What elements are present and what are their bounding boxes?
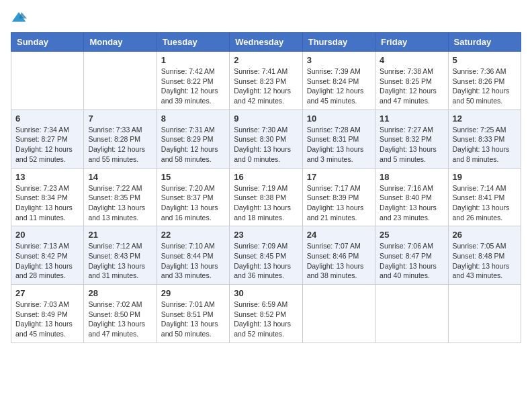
day-info: Sunrise: 7:36 AMSunset: 8:26 PMDaylight:… [453,66,517,106]
calendar-day-cell: 3Sunrise: 7:39 AMSunset: 8:24 PMDaylight… [302,52,375,110]
calendar-day-cell: 6Sunrise: 7:34 AMSunset: 8:27 PMDaylight… [11,109,84,168]
calendar-day-header: Sunday [11,33,84,52]
day-info: Sunrise: 7:42 AMSunset: 8:22 PMDaylight:… [161,66,225,106]
day-info: Sunrise: 7:25 AMSunset: 8:33 PMDaylight:… [453,125,517,165]
calendar-day-header: Saturday [448,33,521,52]
day-info: Sunrise: 7:20 AMSunset: 8:37 PMDaylight:… [161,183,225,223]
day-info: Sunrise: 7:09 AMSunset: 8:45 PMDaylight:… [234,241,298,281]
calendar-day-cell: 18Sunrise: 7:16 AMSunset: 8:40 PMDayligh… [375,168,448,226]
calendar-day-cell: 29Sunrise: 7:01 AMSunset: 8:51 PMDayligh… [157,285,229,343]
calendar-day-cell: 10Sunrise: 7:28 AMSunset: 8:31 PMDayligh… [302,109,375,168]
calendar-day-cell: 26Sunrise: 7:05 AMSunset: 8:48 PMDayligh… [448,226,521,285]
calendar-day-header: Thursday [302,33,375,52]
calendar-day-cell: 5Sunrise: 7:36 AMSunset: 8:26 PMDaylight… [448,52,521,110]
day-info: Sunrise: 7:19 AMSunset: 8:38 PMDaylight:… [234,183,298,223]
day-number: 4 [380,55,443,65]
day-info: Sunrise: 7:27 AMSunset: 8:32 PMDaylight:… [380,125,443,165]
calendar-day-cell [84,52,157,110]
day-number: 27 [15,288,79,298]
day-number: 12 [453,113,517,124]
calendar-day-cell: 11Sunrise: 7:27 AMSunset: 8:32 PMDayligh… [375,109,448,168]
calendar-week-row: 1Sunrise: 7:42 AMSunset: 8:22 PMDaylight… [11,52,521,110]
calendar-day-cell: 17Sunrise: 7:17 AMSunset: 8:39 PMDayligh… [302,168,375,226]
day-number: 22 [161,230,225,240]
calendar-day-header: Friday [375,33,448,52]
calendar-day-cell: 28Sunrise: 7:02 AMSunset: 8:50 PMDayligh… [84,285,157,343]
day-info: Sunrise: 7:39 AMSunset: 8:24 PMDaylight:… [307,66,371,106]
day-number: 23 [234,230,298,240]
day-number: 9 [234,113,298,124]
calendar-day-cell: 22Sunrise: 7:10 AMSunset: 8:44 PMDayligh… [157,226,229,285]
day-info: Sunrise: 6:59 AMSunset: 8:52 PMDaylight:… [234,300,298,339]
day-number: 29 [161,288,225,298]
day-number: 8 [161,113,225,124]
day-info: Sunrise: 7:06 AMSunset: 8:47 PMDaylight:… [380,241,443,281]
day-info: Sunrise: 7:28 AMSunset: 8:31 PMDaylight:… [307,125,371,165]
calendar-day-cell: 15Sunrise: 7:20 AMSunset: 8:37 PMDayligh… [157,168,229,226]
day-info: Sunrise: 7:22 AMSunset: 8:35 PMDaylight:… [88,183,152,223]
calendar-day-header: Tuesday [157,33,229,52]
calendar-week-row: 6Sunrise: 7:34 AMSunset: 8:27 PMDaylight… [11,109,521,168]
day-number: 16 [234,172,298,182]
calendar-day-cell: 19Sunrise: 7:14 AMSunset: 8:41 PMDayligh… [448,168,521,226]
day-info: Sunrise: 7:14 AMSunset: 8:41 PMDaylight:… [453,183,517,223]
calendar-day-cell: 25Sunrise: 7:06 AMSunset: 8:47 PMDayligh… [375,226,448,285]
day-info: Sunrise: 7:05 AMSunset: 8:48 PMDaylight:… [453,241,517,281]
day-info: Sunrise: 7:38 AMSunset: 8:25 PMDaylight:… [380,66,443,106]
day-number: 25 [380,230,443,240]
day-info: Sunrise: 7:17 AMSunset: 8:39 PMDaylight:… [307,183,371,223]
day-info: Sunrise: 7:02 AMSunset: 8:50 PMDaylight:… [88,300,152,339]
calendar-day-cell: 30Sunrise: 6:59 AMSunset: 8:52 PMDayligh… [230,285,302,343]
day-number: 14 [88,172,152,182]
calendar-day-cell: 13Sunrise: 7:23 AMSunset: 8:34 PMDayligh… [11,168,84,226]
calendar-day-cell: 21Sunrise: 7:12 AMSunset: 8:43 PMDayligh… [84,226,157,285]
calendar-table: SundayMondayTuesdayWednesdayThursdayFrid… [11,32,521,343]
calendar-day-cell: 14Sunrise: 7:22 AMSunset: 8:35 PMDayligh… [84,168,157,226]
day-number: 19 [453,172,517,182]
day-info: Sunrise: 7:33 AMSunset: 8:28 PMDaylight:… [88,125,152,165]
calendar-day-cell [302,285,375,343]
calendar-day-cell: 1Sunrise: 7:42 AMSunset: 8:22 PMDaylight… [157,52,229,110]
day-number: 26 [453,230,517,240]
calendar-day-cell: 4Sunrise: 7:38 AMSunset: 8:25 PMDaylight… [375,52,448,110]
calendar-day-cell: 23Sunrise: 7:09 AMSunset: 8:45 PMDayligh… [230,226,302,285]
day-number: 13 [15,172,79,182]
calendar-week-row: 20Sunrise: 7:13 AMSunset: 8:42 PMDayligh… [11,226,521,285]
day-info: Sunrise: 7:16 AMSunset: 8:40 PMDaylight:… [380,183,443,223]
day-number: 1 [161,55,225,65]
calendar-day-header: Wednesday [230,33,302,52]
day-info: Sunrise: 7:23 AMSunset: 8:34 PMDaylight:… [15,183,79,223]
calendar-week-row: 13Sunrise: 7:23 AMSunset: 8:34 PMDayligh… [11,168,521,226]
day-number: 3 [307,55,371,65]
calendar-day-cell: 12Sunrise: 7:25 AMSunset: 8:33 PMDayligh… [448,109,521,168]
day-number: 17 [307,172,371,182]
day-number: 15 [161,172,225,182]
day-number: 5 [453,55,517,65]
calendar-day-cell [11,52,84,110]
day-info: Sunrise: 7:34 AMSunset: 8:27 PMDaylight:… [15,125,79,165]
day-info: Sunrise: 7:30 AMSunset: 8:30 PMDaylight:… [234,125,298,165]
day-number: 18 [380,172,443,182]
day-number: 11 [380,113,443,124]
day-info: Sunrise: 7:10 AMSunset: 8:44 PMDaylight:… [161,241,225,281]
day-number: 24 [307,230,371,240]
calendar-day-cell [448,285,521,343]
day-number: 21 [88,230,152,240]
day-info: Sunrise: 7:12 AMSunset: 8:43 PMDaylight:… [88,241,152,281]
day-number: 7 [88,113,152,124]
day-info: Sunrise: 7:41 AMSunset: 8:23 PMDaylight:… [234,66,298,106]
day-number: 10 [307,113,371,124]
calendar-day-cell: 2Sunrise: 7:41 AMSunset: 8:23 PMDaylight… [230,52,302,110]
calendar-header-row: SundayMondayTuesdayWednesdayThursdayFrid… [11,33,521,52]
calendar-day-cell: 24Sunrise: 7:07 AMSunset: 8:46 PMDayligh… [302,226,375,285]
calendar-day-cell: 20Sunrise: 7:13 AMSunset: 8:42 PMDayligh… [11,226,84,285]
calendar-day-cell: 8Sunrise: 7:31 AMSunset: 8:29 PMDaylight… [157,109,229,168]
logo [11,11,30,24]
calendar-day-cell: 7Sunrise: 7:33 AMSunset: 8:28 PMDaylight… [84,109,157,168]
day-number: 20 [15,230,79,240]
calendar-day-cell: 16Sunrise: 7:19 AMSunset: 8:38 PMDayligh… [230,168,302,226]
day-number: 28 [88,288,152,298]
calendar-week-row: 27Sunrise: 7:03 AMSunset: 8:49 PMDayligh… [11,285,521,343]
day-info: Sunrise: 7:01 AMSunset: 8:51 PMDaylight:… [161,300,225,339]
calendar-day-cell: 9Sunrise: 7:30 AMSunset: 8:30 PMDaylight… [230,109,302,168]
